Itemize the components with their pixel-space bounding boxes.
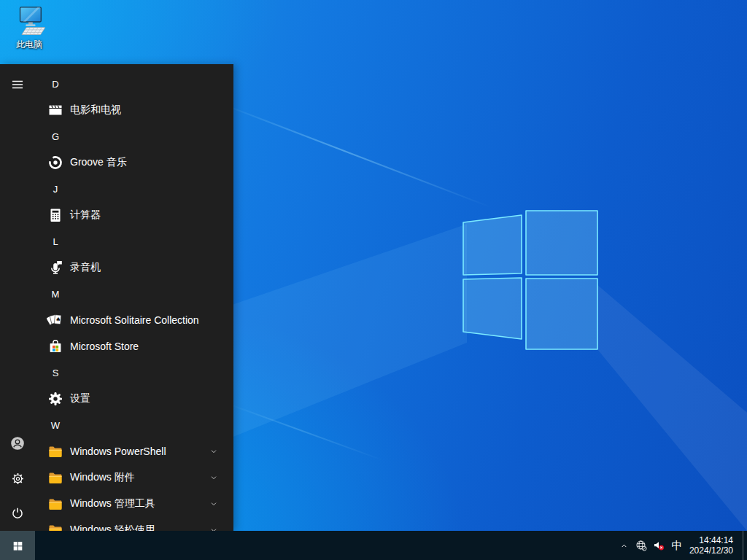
- screen: 此电脑 D 电影和电视 G: [0, 0, 747, 560]
- groove-music-icon: [47, 154, 64, 171]
- tray-overflow-button[interactable]: [615, 531, 632, 560]
- folder-icon: [47, 521, 64, 531]
- solitaire-icon: [47, 311, 64, 329]
- app-item-solitaire[interactable]: Microsoft Solitaire Collection: [35, 307, 233, 333]
- rail-settings-button[interactable]: [0, 461, 35, 496]
- light-beam: [597, 284, 747, 531]
- volume-button[interactable]: [650, 531, 667, 560]
- app-item-windows-accessories[interactable]: Windows 附件: [35, 464, 233, 491]
- power-icon: [10, 506, 25, 521]
- chevron-down-icon[interactable]: [208, 524, 220, 531]
- section-header-l[interactable]: L: [35, 228, 233, 254]
- section-header-s[interactable]: S: [35, 359, 233, 386]
- section-header-d[interactable]: D: [35, 71, 233, 97]
- ime-indicator[interactable]: 中: [667, 531, 686, 560]
- start-menu-expand-button[interactable]: [0, 67, 35, 102]
- chevron-down-icon[interactable]: [208, 472, 220, 483]
- globe-no-internet-icon: [635, 539, 648, 552]
- taskbar: 中 14:44:14 2024/12/30: [0, 531, 747, 560]
- section-header-j[interactable]: J: [35, 176, 233, 202]
- app-item-windows-admin-tools[interactable]: Windows 管理工具: [35, 491, 233, 517]
- windows-logo-icon: [12, 540, 24, 552]
- taskbar-clock[interactable]: 14:44:14 2024/12/30: [686, 531, 735, 560]
- chevron-up-icon: [619, 540, 630, 551]
- clock-time: 14:44:14: [699, 535, 733, 545]
- hamburger-menu-icon: [10, 77, 25, 92]
- tray-spacer: [735, 531, 743, 560]
- voice-recorder-icon: [47, 259, 64, 276]
- user-account-button[interactable]: [0, 426, 35, 461]
- start-menu-panel: D 电影和电视 G Groove 音乐 J 计算器 L: [0, 64, 233, 531]
- store-icon: [47, 338, 64, 355]
- app-item-settings[interactable]: 设置: [35, 386, 233, 412]
- chevron-down-icon[interactable]: [208, 446, 220, 457]
- clock-date: 2024/12/30: [689, 545, 733, 556]
- folder-icon: [47, 469, 64, 486]
- section-header-g[interactable]: G: [35, 123, 233, 149]
- light-streak: [219, 102, 492, 208]
- folder-icon: [47, 443, 64, 460]
- desktop-icon-this-pc[interactable]: 此电脑: [3, 4, 55, 51]
- light-streak: [226, 402, 384, 462]
- app-item-store[interactable]: Microsoft Store: [35, 333, 233, 359]
- app-item-movies-tv[interactable]: 电影和电视: [35, 97, 233, 123]
- app-item-calculator[interactable]: 计算器: [35, 202, 233, 228]
- section-header-w[interactable]: W: [35, 412, 233, 438]
- settings-gear-icon: [11, 472, 25, 486]
- user-avatar-icon: [9, 435, 26, 451]
- settings-icon: [47, 390, 64, 408]
- folder-icon: [47, 495, 64, 513]
- desktop-icon-label: 此电脑: [16, 39, 42, 51]
- app-list: D 电影和电视 G Groove 音乐 J 计算器 L: [35, 71, 233, 531]
- app-item-voice-recorder[interactable]: 录音机: [35, 254, 233, 281]
- movies-tv-icon: [47, 101, 64, 119]
- chevron-down-icon[interactable]: [208, 498, 220, 510]
- power-button[interactable]: [0, 496, 35, 531]
- section-header-m[interactable]: M: [35, 281, 233, 307]
- show-desktop-button[interactable]: [743, 531, 747, 560]
- calculator-icon: [47, 206, 64, 224]
- app-item-powershell[interactable]: Windows PowerShell: [35, 438, 233, 464]
- start-button[interactable]: [0, 531, 35, 560]
- computer-icon: [12, 4, 46, 38]
- speaker-muted-icon: [652, 539, 665, 552]
- system-tray: 中 14:44:14 2024/12/30: [615, 531, 747, 560]
- app-item-windows-ease-of-access[interactable]: Windows 轻松使用: [35, 517, 233, 531]
- windows-wallpaper-logo: [462, 209, 600, 351]
- app-item-groove-music[interactable]: Groove 音乐: [35, 149, 233, 176]
- network-status-button[interactable]: [632, 531, 650, 560]
